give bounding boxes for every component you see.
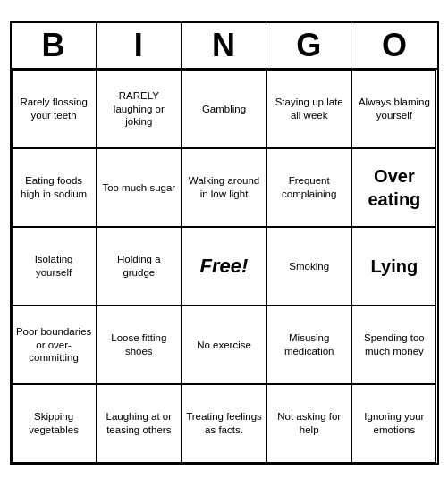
bingo-letter-b: B — [12, 23, 97, 68]
bingo-cell-8: Frequent complaining — [266, 148, 351, 227]
bingo-cell-3: Staying up late all week — [266, 70, 351, 148]
bingo-cell-6: Too much sugar — [97, 148, 182, 227]
bingo-cell-13: Smoking — [266, 227, 351, 306]
bingo-cell-4: Always blaming yourself — [351, 70, 436, 148]
bingo-cell-15: Poor boundaries or over-committing — [12, 306, 97, 384]
bingo-cell-24: Ignoring your emotions — [351, 384, 436, 463]
bingo-cell-2: Gambling — [182, 70, 266, 148]
bingo-card: BINGO Rarely flossing your teethRARELY l… — [10, 21, 439, 465]
bingo-cell-12: Free! — [182, 227, 266, 306]
bingo-grid: Rarely flossing your teethRARELY laughin… — [12, 70, 437, 463]
bingo-cell-16: Loose fitting shoes — [97, 306, 182, 384]
bingo-letter-i: I — [97, 23, 182, 68]
bingo-cell-21: Laughing at or teasing others — [97, 384, 182, 463]
bingo-cell-20: Skipping vegetables — [12, 384, 97, 463]
bingo-cell-9: Over eating — [351, 148, 436, 227]
bingo-cell-7: Walking around in low light — [182, 148, 266, 227]
bingo-letter-o: O — [351, 23, 436, 68]
bingo-cell-10: Isolating yourself — [12, 227, 97, 306]
bingo-cell-0: Rarely flossing your teeth — [12, 70, 97, 148]
bingo-cell-14: Lying — [351, 227, 436, 306]
bingo-cell-1: RARELY laughing or joking — [97, 70, 182, 148]
bingo-cell-18: Misusing medication — [266, 306, 351, 384]
bingo-cell-23: Not asking for help — [266, 384, 351, 463]
bingo-letter-n: N — [182, 23, 266, 68]
bingo-cell-22: Treating feelings as facts. — [182, 384, 266, 463]
bingo-cell-11: Holding a grudge — [97, 227, 182, 306]
bingo-cell-19: Spending too much money — [351, 306, 436, 384]
bingo-cell-5: Eating foods high in sodium — [12, 148, 97, 227]
bingo-cell-17: No exercise — [182, 306, 266, 384]
bingo-header: BINGO — [12, 23, 437, 70]
bingo-letter-g: G — [266, 23, 351, 68]
